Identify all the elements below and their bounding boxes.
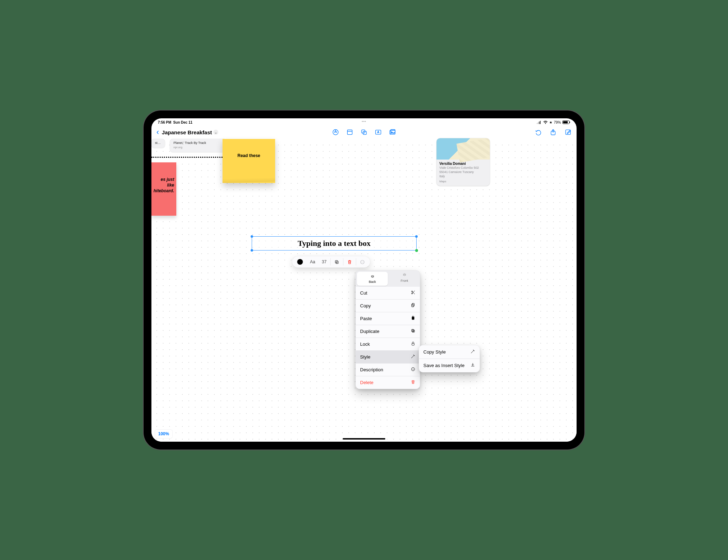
svg-rect-9 <box>347 130 352 134</box>
svg-point-21 <box>361 262 362 262</box>
svg-rect-29 <box>412 316 414 317</box>
status-date: Sun Dec 11 <box>173 120 192 124</box>
link-card-partial[interactable]: st… <box>151 139 165 148</box>
resize-handle-tr[interactable] <box>415 235 418 238</box>
delete-mini-button[interactable] <box>343 256 356 268</box>
stack-back-icon <box>370 274 375 278</box>
duplicate-mini-button[interactable] <box>331 256 343 268</box>
share-button[interactable] <box>550 129 557 136</box>
red-sticky-note[interactable]: es just like hiteboard. <box>151 162 176 216</box>
map-addr-3: Italy <box>439 174 487 178</box>
submenu-item-save-insert-style[interactable]: Save as Insert Style <box>419 359 480 372</box>
freeform-canvas[interactable]: st… Planet,' Track By Track npr.org es j… <box>151 140 577 442</box>
wifi-icon <box>543 121 548 124</box>
resize-handle-tl[interactable] <box>251 235 253 238</box>
svg-point-22 <box>362 262 363 262</box>
svg-rect-1 <box>538 122 539 124</box>
text-edit-toolbar: Aa 37 <box>292 256 370 268</box>
color-swatch-icon <box>297 259 303 265</box>
chevron-down-icon[interactable]: ⌄ <box>213 130 218 135</box>
svg-rect-32 <box>412 343 414 345</box>
menu-item-paste[interactable]: Paste <box>356 312 420 325</box>
window-grabber-icon[interactable]: ••• <box>362 120 366 123</box>
svg-rect-3 <box>540 121 541 124</box>
font-button[interactable]: Aa 37 <box>306 256 330 268</box>
dotted-divider <box>151 157 224 158</box>
context-menu: Back Front CutCopyPasteDuplicateLockStyl… <box>355 270 420 389</box>
menu-item-duplicate[interactable]: Duplicate <box>356 325 420 338</box>
map-name: Versilia Domani <box>439 162 487 166</box>
text-tool-icon[interactable] <box>375 129 382 136</box>
menu-item-description[interactable]: Description <box>356 363 420 376</box>
stack-front-icon <box>402 273 407 277</box>
menu-item-cut[interactable]: Cut <box>356 287 420 299</box>
app-toolbar: ‹ Japanese Breakfast ⌄ <box>151 125 577 140</box>
map-thumbnail <box>437 138 490 160</box>
compose-button[interactable] <box>564 129 572 136</box>
svg-rect-27 <box>411 304 413 307</box>
dropper-icon <box>410 354 416 360</box>
info-icon <box>410 367 416 373</box>
svg-point-4 <box>545 123 546 124</box>
link-card[interactable]: Planet,' Track By Track npr.org <box>170 139 227 152</box>
selected-textbox[interactable]: Typing into a text box <box>252 236 417 251</box>
textbox-content[interactable]: Typing into a text box <box>298 239 371 248</box>
back-button[interactable]: ‹ <box>156 128 159 137</box>
menu-item-lock[interactable]: Lock <box>356 338 420 350</box>
map-addr-2: 55041 Camaiore Tuscany <box>439 170 487 174</box>
svg-rect-0 <box>537 123 537 124</box>
submenu-item-copy-style[interactable]: Copy Style <box>419 345 480 359</box>
battery-pct: 79% <box>554 120 561 124</box>
map-card[interactable]: Versilia Domani Viale Cristoforo Colombo… <box>437 138 490 186</box>
resize-handle-br[interactable] <box>415 249 418 252</box>
dropper-icon <box>470 349 475 355</box>
sticky-note-tool-icon[interactable] <box>346 129 353 136</box>
style-submenu: Copy StyleSave as Insert Style <box>419 345 480 372</box>
sticky-text: Read these <box>237 153 260 158</box>
yellow-sticky-note[interactable]: Read these <box>223 139 275 183</box>
svg-rect-26 <box>412 303 414 306</box>
two-docs-icon <box>410 303 416 309</box>
zoom-indicator[interactable]: 100% <box>155 430 172 438</box>
status-time: 7:56 PM <box>158 120 171 124</box>
dup-icon <box>410 328 416 334</box>
save-icon <box>470 362 475 368</box>
map-addr-1: Viale Cristoforo Colombo 502 <box>439 166 487 170</box>
segment-front[interactable]: Front <box>389 271 420 287</box>
trash-icon <box>410 379 416 386</box>
pen-tool-icon[interactable] <box>332 129 339 136</box>
menu-item-copy[interactable]: Copy <box>356 299 420 312</box>
home-indicator[interactable] <box>343 438 385 440</box>
color-picker-button[interactable] <box>294 256 306 268</box>
map-source: Maps <box>439 180 487 183</box>
segment-back[interactable]: Back <box>357 272 388 286</box>
clipboard-icon <box>410 316 416 322</box>
media-tool-icon[interactable] <box>389 129 396 136</box>
status-right: ★ 79% <box>537 120 570 124</box>
svg-rect-2 <box>539 122 540 124</box>
battery-icon <box>562 120 570 124</box>
shapes-tool-icon[interactable] <box>360 129 368 136</box>
menu-item-delete[interactable]: Delete <box>356 376 420 389</box>
lock-icon <box>410 341 416 347</box>
svg-rect-6 <box>563 121 568 123</box>
menu-item-style[interactable]: Style <box>356 350 420 363</box>
more-mini-button[interactable] <box>356 256 369 268</box>
resize-handle-bl[interactable] <box>251 249 253 252</box>
board-title[interactable]: Japanese Breakfast ⌄ <box>162 129 218 135</box>
scissors-icon <box>410 290 416 296</box>
cellular-icon <box>537 121 542 124</box>
svg-rect-7 <box>569 122 570 123</box>
undo-button[interactable] <box>535 129 542 136</box>
svg-rect-31 <box>411 329 413 332</box>
link-card-title: Planet,' Track By Track <box>173 141 223 145</box>
svg-point-23 <box>363 262 363 262</box>
link-card-source: npr.org <box>173 146 223 149</box>
